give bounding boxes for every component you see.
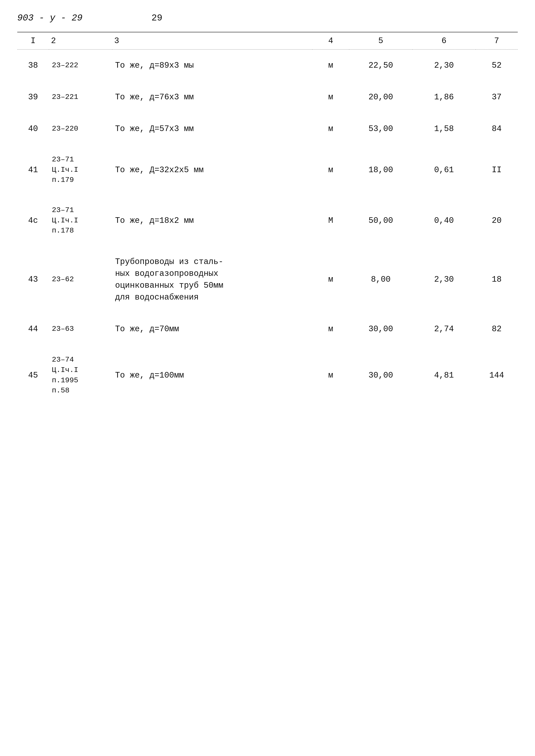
table-cell: 2,30 xyxy=(412,53,475,77)
table-cell: 1,58 xyxy=(412,117,475,141)
table-row: 4423–63То же, д=70ммм30,002,7482 xyxy=(17,317,518,341)
table-cell: 45 xyxy=(17,349,49,402)
table-cell: 23–71 Ц.Iч.I п.178 xyxy=(49,199,112,242)
table-row: 3923–221То же, д=76х3 ммм20,001,8637 xyxy=(17,85,518,109)
table-cell: м xyxy=(312,117,349,141)
table-cell: II xyxy=(476,148,518,191)
table-cell: 43 xyxy=(17,250,49,309)
table-cell: 30,00 xyxy=(349,349,412,402)
col-header-5: 5 xyxy=(349,32,412,50)
main-table: I 2 3 4 5 6 7 3823–222То же, д=89х3 мым2… xyxy=(17,32,518,406)
table-cell: То же, д=70мм xyxy=(112,317,312,341)
table-cell: м xyxy=(312,317,349,341)
table-cell: 4с xyxy=(17,199,49,242)
table-cell: 39 xyxy=(17,85,49,109)
table-cell: 52 xyxy=(476,53,518,77)
table-cell: 2,74 xyxy=(412,317,475,341)
col-header-6: 6 xyxy=(412,32,475,50)
table-cell: 23–62 xyxy=(49,250,112,309)
col-header-4: 4 xyxy=(312,32,349,50)
table-cell: м xyxy=(312,85,349,109)
spacer-row xyxy=(17,50,518,54)
table-cell: 50,00 xyxy=(349,199,412,242)
spacer-row xyxy=(17,309,518,313)
document-header: 903 - у - 29 29 xyxy=(17,13,518,23)
table-cell: То же, Д=32х2х5 мм xyxy=(112,148,312,191)
table-cell: 53,00 xyxy=(349,117,412,141)
table-cell: 20,00 xyxy=(349,85,412,109)
table-cell: 44 xyxy=(17,317,49,341)
spacer-row xyxy=(17,77,518,81)
spacer-row xyxy=(17,113,518,117)
table-cell: м xyxy=(312,349,349,402)
table-cell: 84 xyxy=(476,117,518,141)
table-cell: 4,81 xyxy=(412,349,475,402)
table-cell: Трубопроводы из сталь- ных водогазопрово… xyxy=(112,250,312,309)
table-row: 4с23–71 Ц.Iч.I п.178То же, д=18х2 ммМ50,… xyxy=(17,199,518,242)
doc-code: 903 - у - 29 xyxy=(17,13,82,23)
spacer-row xyxy=(17,345,518,349)
table-cell: м xyxy=(312,148,349,191)
table-cell: 23–63 xyxy=(49,317,112,341)
table-cell: То же, Д=57х3 мм xyxy=(112,117,312,141)
spacer-row xyxy=(17,191,518,195)
table-cell: 23–220 xyxy=(49,117,112,141)
table-cell: М xyxy=(312,199,349,242)
spacer-row xyxy=(17,242,518,246)
table-cell: м xyxy=(312,250,349,309)
table-cell: 30,00 xyxy=(349,317,412,341)
table-cell: 8,00 xyxy=(349,250,412,309)
col-header-1: I xyxy=(17,32,49,50)
spacer-row xyxy=(17,341,518,345)
spacer-row xyxy=(17,145,518,148)
spacer-row xyxy=(17,81,518,85)
spacer-row xyxy=(17,313,518,317)
table-cell: 0,61 xyxy=(412,148,475,191)
table-cell: 144 xyxy=(476,349,518,402)
table-row: 3823–222То же, д=89х3 мым22,502,3052 xyxy=(17,53,518,77)
table-cell: 1,86 xyxy=(412,85,475,109)
page-number: 29 xyxy=(152,13,162,23)
table-cell: 40 xyxy=(17,117,49,141)
table-cell: 18,00 xyxy=(349,148,412,191)
table-cell: 82 xyxy=(476,317,518,341)
spacer-row xyxy=(17,246,518,250)
spacer-row xyxy=(17,141,518,145)
spacer-row xyxy=(17,402,518,406)
spacer-row xyxy=(17,195,518,199)
table-cell: То же, д=76х3 мм xyxy=(112,85,312,109)
spacer-row xyxy=(17,109,518,113)
table-row: 4323–62Трубопроводы из сталь- ных водога… xyxy=(17,250,518,309)
col-header-3: 3 xyxy=(112,32,312,50)
table-cell: То же, д=18х2 мм xyxy=(112,199,312,242)
table-cell: 23–74 Ц.Iч.I п.1995 п.58 xyxy=(49,349,112,402)
table-row: 4123–71 Ц.Iч.I п.179То же, Д=32х2х5 ммм1… xyxy=(17,148,518,191)
table-row: 4023–220То же, Д=57х3 ммм53,001,5884 xyxy=(17,117,518,141)
table-cell: 38 xyxy=(17,53,49,77)
table-cell: 0,40 xyxy=(412,199,475,242)
table-cell: 2,30 xyxy=(412,250,475,309)
col-header-7: 7 xyxy=(476,32,518,50)
table-cell: 18 xyxy=(476,250,518,309)
table-cell: 23–221 xyxy=(49,85,112,109)
table-cell: 22,50 xyxy=(349,53,412,77)
table-row: 4523–74 Ц.Iч.I п.1995 п.58То же, д=100мм… xyxy=(17,349,518,402)
table-cell: 23–71 Ц.Iч.I п.179 xyxy=(49,148,112,191)
col-header-2: 2 xyxy=(49,32,112,50)
table-cell: 37 xyxy=(476,85,518,109)
table-cell: То же, д=89х3 мы xyxy=(112,53,312,77)
table-cell: 41 xyxy=(17,148,49,191)
table-cell: То же, д=100мм xyxy=(112,349,312,402)
table-cell: 23–222 xyxy=(49,53,112,77)
table-cell: м xyxy=(312,53,349,77)
table-cell: 20 xyxy=(476,199,518,242)
